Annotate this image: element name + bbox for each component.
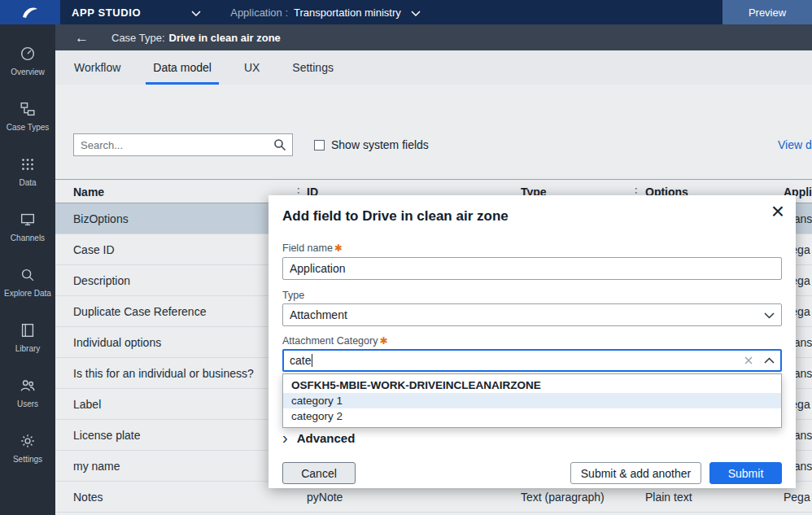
show-system-fields-checkbox[interactable] bbox=[314, 140, 325, 151]
row-name: Description bbox=[73, 274, 130, 287]
pega-swoosh-icon bbox=[20, 3, 41, 21]
field-name-label: Field name✱ bbox=[282, 242, 343, 254]
sidebar-item-label: Users bbox=[15, 399, 40, 408]
sidebar-item-users[interactable]: Users bbox=[0, 364, 55, 420]
dropdown-item-category-2[interactable]: category 2 bbox=[283, 408, 781, 424]
show-system-fields-label: Show system fields bbox=[331, 138, 429, 151]
case-types-icon bbox=[19, 100, 37, 118]
application-selector-label: Application : bbox=[230, 7, 288, 19]
row-name: Case ID bbox=[73, 243, 115, 256]
chevron-down-icon bbox=[764, 308, 775, 321]
tab-ux[interactable]: UX bbox=[242, 50, 262, 85]
column-header-name[interactable]: Name bbox=[73, 180, 104, 204]
top-bar: APP STUDIO Application : Transportation … bbox=[0, 0, 812, 24]
data-icon bbox=[19, 155, 37, 173]
row-application: Pega bbox=[784, 491, 810, 504]
app-studio-label: APP STUDIO bbox=[72, 7, 141, 19]
type-select[interactable]: Attachment bbox=[282, 303, 782, 326]
case-type-header: ← Case Type: Drive in clean air zone bbox=[55, 24, 812, 50]
app-studio-menu[interactable]: APP STUDIO bbox=[60, 5, 201, 20]
type-label: Type bbox=[282, 290, 304, 301]
sidebar-item-label: Settings bbox=[11, 455, 44, 464]
chevron-down-icon bbox=[191, 5, 201, 20]
clear-icon[interactable] bbox=[744, 356, 753, 365]
row-name: License plate bbox=[73, 429, 141, 442]
combobox-controls bbox=[744, 356, 775, 365]
submit-button[interactable]: Submit bbox=[709, 462, 782, 484]
row-name: Label bbox=[73, 398, 101, 411]
sidebar: Overview Case Types Data Channels Explor… bbox=[0, 24, 55, 515]
field-name-label-text: Field name bbox=[282, 242, 333, 254]
pega-logo[interactable] bbox=[0, 0, 60, 24]
preview-button[interactable]: Preview bbox=[723, 0, 812, 24]
tab-data-model[interactable]: Data model bbox=[151, 50, 214, 85]
sidebar-item-library[interactable]: Library bbox=[0, 309, 55, 364]
chevron-up-icon[interactable] bbox=[764, 357, 775, 364]
row-name: Notes bbox=[73, 491, 103, 504]
search-input[interactable] bbox=[74, 139, 268, 151]
field-name-value: Application bbox=[290, 262, 346, 275]
sidebar-item-label: Library bbox=[14, 344, 42, 353]
search-box bbox=[73, 133, 293, 156]
category-dropdown: OSFKH5-MBIE-WORK-DRIVEINCLEANAIRZONE cat… bbox=[282, 373, 782, 428]
type-select-value: Attachment bbox=[290, 308, 347, 321]
application-selector-value: Transportation ministry bbox=[294, 7, 401, 19]
attachment-category-combobox[interactable]: cate bbox=[282, 349, 782, 372]
sidebar-item-label: Explore Data bbox=[2, 289, 53, 298]
sidebar-item-label: Case Types bbox=[5, 123, 51, 132]
sidebar-item-case-types[interactable]: Case Types bbox=[0, 88, 55, 143]
dropdown-item-category-1[interactable]: category 1 bbox=[283, 393, 781, 408]
close-icon[interactable]: × bbox=[771, 200, 784, 223]
field-name-input[interactable]: Application bbox=[282, 257, 782, 280]
library-icon bbox=[19, 321, 37, 339]
attachment-category-label-text: Attachment Category bbox=[282, 335, 378, 347]
row-name: Duplicate Case Reference bbox=[73, 305, 206, 318]
sidebar-item-label: Overview bbox=[9, 68, 46, 76]
view-data-link[interactable]: View data bbox=[778, 138, 812, 151]
cancel-button[interactable]: Cancel bbox=[282, 462, 356, 484]
sidebar-item-explore-data[interactable]: Explore Data bbox=[0, 254, 55, 309]
settings-icon bbox=[19, 432, 37, 450]
modal-title: Add field to Drive in clean air zone bbox=[282, 208, 509, 225]
chevron-down-icon bbox=[411, 5, 421, 20]
required-indicator: ✱ bbox=[379, 335, 387, 347]
row-name: my name bbox=[73, 460, 120, 473]
explore-data-icon bbox=[19, 266, 37, 284]
search-icon[interactable] bbox=[268, 138, 292, 151]
attachment-category-value: cate bbox=[290, 354, 311, 367]
text-cursor bbox=[312, 354, 312, 367]
attachment-category-label: Attachment Category✱ bbox=[282, 335, 387, 347]
sidebar-item-settings[interactable]: Settings bbox=[0, 420, 55, 475]
back-button[interactable]: ← bbox=[75, 31, 89, 45]
row-options: Plain text bbox=[645, 491, 692, 504]
tab-bar: Workflow Data model UX Settings bbox=[55, 50, 812, 85]
sidebar-item-label: Channels bbox=[9, 233, 46, 242]
chevron-right-icon: › bbox=[282, 430, 288, 446]
row-name: Individual options bbox=[73, 336, 161, 349]
case-type-label: Case Type: bbox=[111, 32, 165, 44]
sidebar-item-data[interactable]: Data bbox=[0, 143, 55, 199]
row-type: Text (paragraph) bbox=[521, 491, 605, 504]
row-name: BizOptions bbox=[73, 212, 129, 225]
dropdown-group-header: OSFKH5-MBIE-WORK-DRIVEINCLEANAIRZONE bbox=[283, 378, 781, 393]
tab-workflow[interactable]: Workflow bbox=[72, 50, 123, 85]
sidebar-item-overview[interactable]: Overview bbox=[0, 33, 55, 88]
advanced-label: Advanced bbox=[297, 431, 356, 445]
overview-icon bbox=[19, 45, 37, 63]
show-system-fields-toggle[interactable]: Show system fields bbox=[314, 138, 429, 151]
application-selector[interactable]: Application : Transportation ministry bbox=[201, 5, 421, 20]
advanced-section-toggle[interactable]: › Advanced bbox=[282, 430, 355, 446]
submit-add-another-button[interactable]: Submit & add another bbox=[570, 462, 701, 484]
row-name: Is this for an individual or business? bbox=[73, 367, 254, 380]
sidebar-item-label: Data bbox=[17, 178, 37, 187]
case-type-title: Drive in clean air zone bbox=[169, 32, 281, 44]
tab-settings[interactable]: Settings bbox=[290, 50, 336, 85]
sidebar-item-channels[interactable]: Channels bbox=[0, 199, 55, 254]
channels-icon bbox=[19, 211, 37, 229]
add-field-modal: Add field to Drive in clean air zone × F… bbox=[268, 195, 796, 488]
required-indicator: ✱ bbox=[334, 242, 343, 254]
row-id: pyNote bbox=[307, 491, 343, 504]
users-icon bbox=[19, 377, 37, 395]
